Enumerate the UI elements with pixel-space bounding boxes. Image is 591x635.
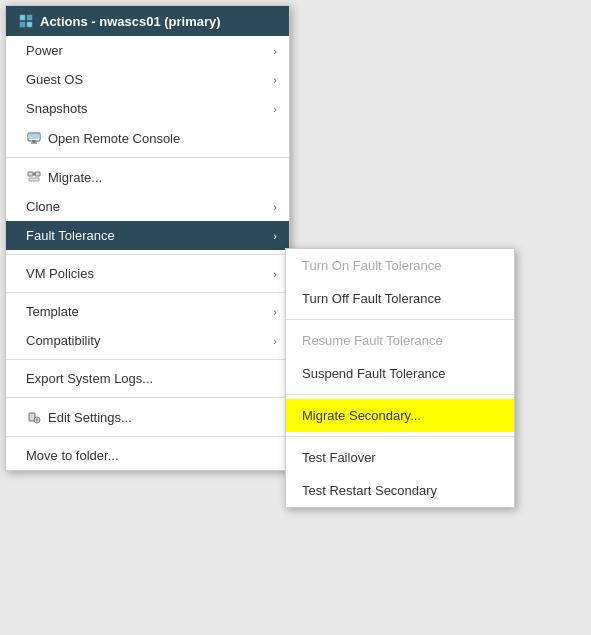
vm-policies-label: VM Policies — [26, 266, 94, 281]
edit-settings-icon — [26, 409, 42, 425]
submenu-separator-1 — [286, 319, 514, 320]
compatibility-chevron-icon: › — [273, 335, 277, 347]
menu-item-clone[interactable]: Clone › — [6, 192, 289, 221]
test-restart-secondary-label: Test Restart Secondary — [302, 483, 437, 498]
snapshots-chevron-icon: › — [273, 103, 277, 115]
svg-rect-5 — [28, 134, 40, 139]
submenu-separator-2 — [286, 394, 514, 395]
menu-item-vm-policies[interactable]: VM Policies › — [6, 259, 289, 288]
menu-item-guest-os[interactable]: Guest OS › — [6, 65, 289, 94]
migrate-secondary-label: Migrate Secondary... — [302, 408, 421, 423]
separator-5 — [6, 397, 289, 398]
fault-tolerance-label: Fault Tolerance — [26, 228, 115, 243]
menu-item-compatibility[interactable]: Compatibility › — [6, 326, 289, 355]
menu-item-edit-settings[interactable]: Edit Settings... — [6, 402, 289, 432]
context-menu: Actions - nwascs01 (primary) Power › Gue… — [5, 5, 290, 471]
submenu-item-test-failover[interactable]: Test Failover — [286, 441, 514, 474]
menu-header: Actions - nwascs01 (primary) — [6, 6, 289, 36]
svg-rect-12 — [29, 178, 39, 181]
svg-rect-3 — [27, 22, 32, 27]
menu-item-move-to-folder[interactable]: Move to folder... — [6, 441, 289, 470]
power-chevron-icon: › — [273, 45, 277, 57]
separator-3 — [6, 292, 289, 293]
snapshots-label: Snapshots — [26, 101, 87, 116]
svg-rect-1 — [27, 15, 32, 20]
suspend-ft-label: Suspend Fault Tolerance — [302, 366, 446, 381]
move-to-folder-label: Move to folder... — [26, 448, 119, 463]
actions-icon — [18, 13, 34, 29]
separator-6 — [6, 436, 289, 437]
migrate-icon — [26, 169, 42, 185]
svg-rect-9 — [28, 172, 33, 176]
submenu-separator-3 — [286, 436, 514, 437]
menu-item-fault-tolerance[interactable]: Fault Tolerance › — [6, 221, 289, 250]
test-failover-label: Test Failover — [302, 450, 376, 465]
export-system-logs-label: Export System Logs... — [26, 371, 153, 386]
menu-item-template[interactable]: Template › — [6, 297, 289, 326]
fault-tolerance-submenu: Turn On Fault Tolerance Turn Off Fault T… — [285, 248, 515, 508]
resume-ft-label: Resume Fault Tolerance — [302, 333, 443, 348]
compatibility-label: Compatibility — [26, 333, 100, 348]
separator-4 — [6, 359, 289, 360]
vm-policies-chevron-icon: › — [273, 268, 277, 280]
submenu-item-migrate-secondary[interactable]: Migrate Secondary... — [286, 399, 514, 432]
template-chevron-icon: › — [273, 306, 277, 318]
submenu-item-suspend-ft[interactable]: Suspend Fault Tolerance — [286, 357, 514, 390]
menu-item-power[interactable]: Power › — [6, 36, 289, 65]
template-label: Template — [26, 304, 79, 319]
power-label: Power — [26, 43, 63, 58]
separator-2 — [6, 254, 289, 255]
migrate-label: Migrate... — [48, 170, 102, 185]
menu-item-migrate[interactable]: Migrate... — [6, 162, 289, 192]
menu-item-open-remote-console[interactable]: Open Remote Console — [6, 123, 289, 153]
fault-tolerance-chevron-icon: › — [273, 230, 277, 242]
separator-1 — [6, 157, 289, 158]
turn-on-ft-label: Turn On Fault Tolerance — [302, 258, 441, 273]
svg-rect-0 — [20, 15, 25, 20]
svg-rect-2 — [20, 22, 25, 27]
remote-console-icon — [26, 130, 42, 146]
guest-os-chevron-icon: › — [273, 74, 277, 86]
clone-chevron-icon: › — [273, 201, 277, 213]
open-remote-console-label: Open Remote Console — [48, 131, 180, 146]
menu-item-snapshots[interactable]: Snapshots › — [6, 94, 289, 123]
menu-title: Actions - nwascs01 (primary) — [40, 14, 221, 29]
submenu-item-resume-ft[interactable]: Resume Fault Tolerance — [286, 324, 514, 357]
edit-settings-label: Edit Settings... — [48, 410, 132, 425]
turn-off-ft-label: Turn Off Fault Tolerance — [302, 291, 441, 306]
clone-label: Clone — [26, 199, 60, 214]
guest-os-label: Guest OS — [26, 72, 83, 87]
menu-item-export-system-logs[interactable]: Export System Logs... — [6, 364, 289, 393]
submenu-item-turn-off-ft[interactable]: Turn Off Fault Tolerance — [286, 282, 514, 315]
submenu-item-turn-on-ft[interactable]: Turn On Fault Tolerance — [286, 249, 514, 282]
submenu-item-test-restart-secondary[interactable]: Test Restart Secondary — [286, 474, 514, 507]
